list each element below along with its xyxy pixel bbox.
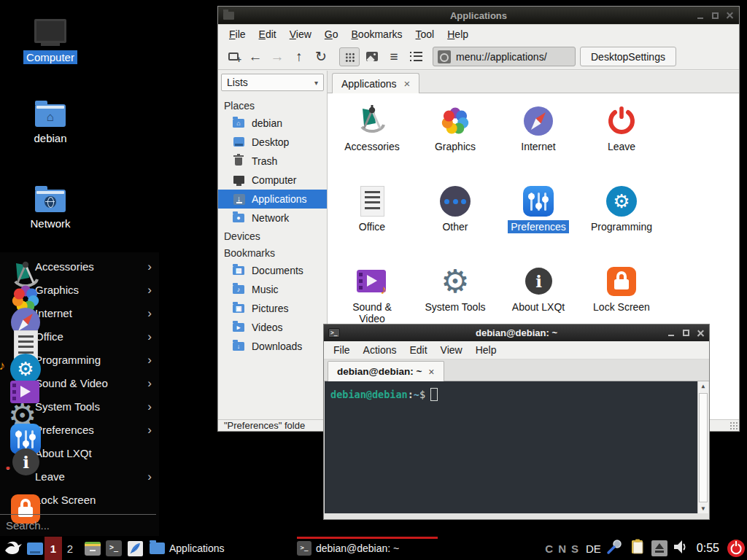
desktop-settings-button[interactable]: DesktopSettings bbox=[580, 47, 676, 66]
fm-menu-tool[interactable]: Tool bbox=[409, 26, 441, 42]
menu-item-graphics[interactable]: Graphics › bbox=[0, 278, 159, 301]
quicklaunch-terminal[interactable]: >_ bbox=[104, 537, 124, 560]
sidebar-item-downloads[interactable]: ↓ Downloads bbox=[218, 337, 327, 356]
sidebar-item-network[interactable]: ● Network bbox=[218, 209, 327, 228]
app-system-tools[interactable]: ⚙ System Tools bbox=[416, 264, 495, 313]
menu-item-leave[interactable]: Leave › bbox=[0, 464, 159, 488]
menu-item-sound-video[interactable]: ♪ Sound & Video › bbox=[0, 371, 159, 394]
sidebar-item-debian[interactable]: ⌂ debian bbox=[218, 114, 327, 133]
terminal-scrollbar[interactable]: ▲ ▼ bbox=[697, 381, 708, 513]
resize-grip[interactable] bbox=[729, 421, 738, 430]
scroll-up-icon[interactable]: ▲ bbox=[698, 381, 708, 391]
power-button[interactable] bbox=[727, 540, 745, 557]
forward-button[interactable]: → bbox=[266, 47, 288, 67]
maximize-button[interactable] bbox=[682, 329, 690, 337]
fm-titlebar[interactable]: Applications bbox=[218, 7, 739, 25]
menu-item-about-lxqt[interactable]: i About LXQt bbox=[0, 441, 159, 464]
app-internet[interactable]: Internet bbox=[499, 104, 578, 152]
app-sound-video[interactable]: ♪ Sound & Video bbox=[333, 264, 411, 324]
sidebar-mode-dropdown[interactable]: Lists ▾ bbox=[221, 74, 324, 91]
desktop-icon-computer[interactable]: Computer bbox=[17, 19, 84, 64]
status-text: "Preferences" folde bbox=[224, 420, 305, 431]
task-button-applications[interactable]: Applications bbox=[150, 537, 259, 560]
task-button-terminal[interactable]: >_ debian@debian: ~ bbox=[297, 537, 438, 560]
app-programming[interactable]: ⚙ Programming bbox=[582, 184, 661, 233]
num-lock-indicator: N bbox=[558, 542, 566, 555]
fm-menu-edit[interactable]: Edit bbox=[252, 26, 283, 42]
back-button[interactable]: ← bbox=[244, 47, 266, 67]
sidebar-item-desktop[interactable]: Desktop bbox=[218, 133, 327, 152]
app-office[interactable]: Office bbox=[333, 184, 411, 233]
terminal-tab[interactable]: debian@debian: ~ × bbox=[328, 361, 444, 381]
close-button[interactable] bbox=[726, 12, 734, 20]
fm-menu-file[interactable]: File bbox=[222, 26, 252, 42]
start-menu-button[interactable] bbox=[2, 537, 24, 560]
app-preferences[interactable]: Preferences bbox=[499, 184, 578, 233]
path-bar[interactable]: menu://applications/ bbox=[433, 47, 576, 66]
app-graphics[interactable]: Graphics bbox=[416, 104, 495, 152]
menu-item-lock-screen[interactable]: Lock Screen bbox=[0, 488, 159, 511]
tab-close-icon[interactable]: × bbox=[404, 77, 411, 90]
sidebar-item-videos[interactable]: ▸ Videos bbox=[218, 318, 327, 337]
screenshot-tray-icon[interactable] bbox=[606, 538, 624, 559]
menu-item-accessories[interactable]: Accessories › bbox=[0, 254, 159, 278]
sidebar-item-applications[interactable]: ↓ Applications bbox=[218, 190, 327, 209]
app-about-lxqt[interactable]: i About LXQt bbox=[499, 264, 578, 313]
fm-menu-view[interactable]: View bbox=[283, 26, 318, 42]
app-accessories[interactable]: Accessories bbox=[333, 104, 411, 152]
menu-item-system-tools[interactable]: ⚙ System Tools › bbox=[0, 394, 159, 418]
new-tab-button[interactable] bbox=[222, 47, 244, 67]
term-menu-help[interactable]: Help bbox=[469, 342, 503, 358]
show-desktop-button[interactable] bbox=[26, 537, 44, 560]
minimize-button[interactable] bbox=[667, 329, 676, 337]
fm-tab-applications[interactable]: Applications × bbox=[332, 73, 419, 93]
menu-item-internet[interactable]: Internet › bbox=[0, 301, 159, 324]
clipboard-tray-icon[interactable] bbox=[629, 538, 646, 559]
icon-view-button[interactable] bbox=[339, 47, 360, 66]
menu-item-programming[interactable]: ⚙ Programming › bbox=[0, 348, 159, 371]
close-button[interactable] bbox=[697, 329, 705, 337]
up-button[interactable]: ↑ bbox=[288, 47, 310, 67]
app-leave[interactable]: Leave bbox=[582, 104, 661, 152]
fm-menu-bookmarks[interactable]: Bookmarks bbox=[345, 26, 409, 42]
removable-media-eject-icon[interactable] bbox=[651, 540, 667, 556]
desktop-icon-label: Network bbox=[27, 217, 73, 230]
fm-menu-go[interactable]: Go bbox=[318, 26, 345, 42]
quicklaunch-file-manager[interactable] bbox=[82, 537, 103, 560]
app-other[interactable]: Other bbox=[416, 184, 495, 233]
term-menu-edit[interactable]: Edit bbox=[403, 342, 433, 358]
detailed-view-button[interactable] bbox=[405, 47, 427, 67]
compact-view-button[interactable]: ≡ bbox=[383, 47, 405, 67]
sidebar-item-computer[interactable]: Computer bbox=[218, 171, 327, 190]
tab-close-icon[interactable]: × bbox=[428, 366, 434, 378]
workspace-1-button[interactable]: 1 bbox=[44, 537, 62, 560]
menu-search-input[interactable]: Search... bbox=[0, 514, 156, 536]
term-menu-actions[interactable]: Actions bbox=[357, 342, 403, 358]
maximize-button[interactable] bbox=[711, 12, 719, 20]
desktop-icon-debian[interactable]: ⌂ debian bbox=[17, 101, 84, 145]
volume-icon[interactable] bbox=[673, 539, 689, 558]
terminal-screen[interactable]: debian@debian:~$ ▲ ▼ bbox=[325, 381, 708, 513]
desktop-icon-network[interactable]: Network bbox=[17, 186, 84, 230]
workspace-2-button[interactable]: 2 bbox=[63, 537, 77, 560]
scroll-down-icon[interactable]: ▼ bbox=[698, 504, 708, 513]
sidebar-item-pictures[interactable]: ▣ Pictures bbox=[218, 299, 327, 318]
term-menu-file[interactable]: File bbox=[327, 342, 357, 358]
clock[interactable]: 0:55 bbox=[697, 542, 719, 555]
sidebar-item-music[interactable]: ♪ Music bbox=[218, 280, 327, 299]
fm-menu-help[interactable]: Help bbox=[441, 26, 475, 42]
scrollbar-thumb[interactable] bbox=[699, 393, 708, 502]
sidebar-item-trash[interactable]: Trash bbox=[218, 152, 327, 171]
sidebar-item-documents[interactable]: ▤ Documents bbox=[218, 261, 327, 280]
app-lock-screen[interactable]: Lock Screen bbox=[582, 264, 661, 313]
thumbnail-view-button[interactable] bbox=[361, 47, 383, 67]
quicklaunch-featherpad[interactable] bbox=[125, 537, 145, 560]
refresh-button[interactable]: ↻ bbox=[310, 47, 332, 67]
terminal-window-bottom-edge bbox=[325, 513, 708, 518]
minimize-button[interactable] bbox=[697, 12, 705, 20]
terminal-titlebar[interactable]: >_ debian@debian: ~ bbox=[324, 324, 709, 341]
term-menu-view[interactable]: View bbox=[434, 342, 469, 358]
keyboard-layout-indicator[interactable]: DE bbox=[586, 542, 601, 555]
menu-item-preferences[interactable]: Preferences › bbox=[0, 418, 159, 441]
menu-item-office[interactable]: Office › bbox=[0, 324, 159, 348]
